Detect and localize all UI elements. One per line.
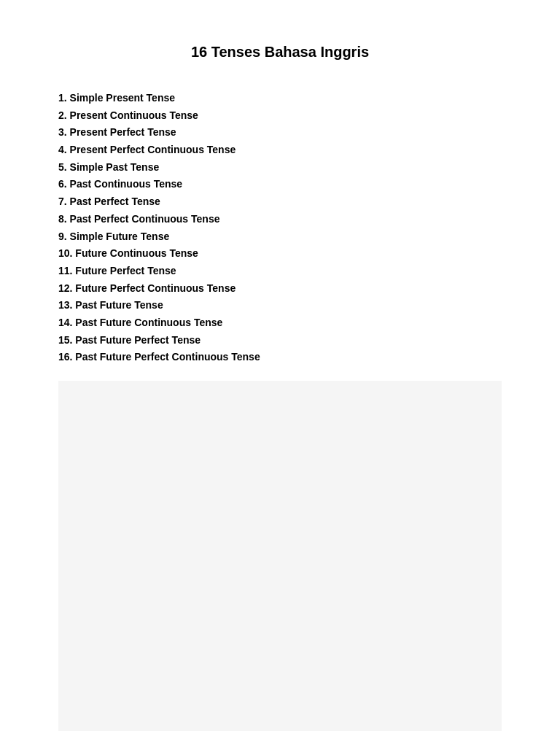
list-item: 8. Past Perfect Continuous Tense bbox=[58, 211, 502, 228]
list-item: 2. Present Continuous Tense bbox=[58, 107, 502, 125]
list-item: 9. Simple Future Tense bbox=[58, 228, 502, 246]
list-item: 16. Past Future Perfect Continuous Tense bbox=[58, 349, 502, 366]
page-title: 16 Tenses Bahasa Inggris bbox=[58, 44, 502, 61]
list-item: 5. Simple Past Tense bbox=[58, 159, 502, 177]
list-item: 11. Future Perfect Tense bbox=[58, 263, 502, 280]
list-item: 4. Present Perfect Continuous Tense bbox=[58, 142, 502, 159]
bottom-box bbox=[58, 381, 502, 731]
list-item: 1. Simple Present Tense bbox=[58, 90, 502, 107]
list-item: 6. Past Continuous Tense bbox=[58, 176, 502, 193]
list-item: 7. Past Perfect Tense bbox=[58, 193, 502, 211]
page: 16 Tenses Bahasa Inggris 1. Simple Prese… bbox=[0, 0, 560, 747]
list-item: 15. Past Future Perfect Tense bbox=[58, 332, 502, 349]
list-item: 10. Future Continuous Tense bbox=[58, 245, 502, 263]
tense-list: 1. Simple Present Tense2. Present Contin… bbox=[58, 90, 502, 366]
list-item: 3. Present Perfect Tense bbox=[58, 124, 502, 142]
list-item: 13. Past Future Tense bbox=[58, 297, 502, 314]
list-item: 12. Future Perfect Continuous Tense bbox=[58, 280, 502, 298]
list-item: 14. Past Future Continuous Tense bbox=[58, 314, 502, 332]
